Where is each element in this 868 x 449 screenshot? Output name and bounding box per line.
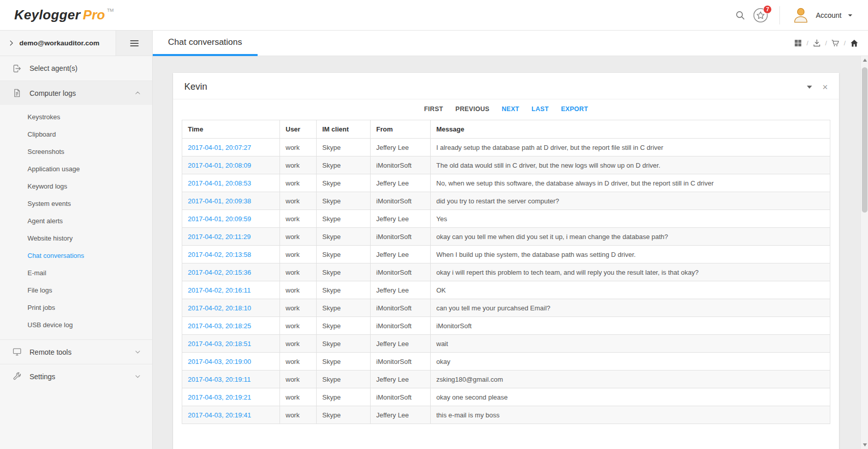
cell-message: zsking180@gmail.com <box>431 371 830 388</box>
favorites-button[interactable]: 7 <box>753 8 768 23</box>
chevron-right-icon <box>8 40 15 46</box>
sidebar-account[interactable]: demo@workauditor.com <box>0 31 116 56</box>
home-button[interactable] <box>850 39 859 48</box>
chevron-up-icon <box>134 90 141 96</box>
cell-from: Jeffery Lee <box>371 371 431 388</box>
time-link[interactable]: 2017-04-03, 20:19:41 <box>182 406 280 424</box>
pagination-next[interactable]: NEXT <box>502 105 520 113</box>
table-header-row: TimeUserIM clientFromMessage <box>182 120 830 139</box>
pagination-previous[interactable]: PREVIOUS <box>456 105 490 113</box>
cell-im-client: Skype <box>317 192 371 210</box>
time-link[interactable]: 2017-04-02, 20:11:29 <box>182 228 280 246</box>
time-link[interactable]: 2017-04-01, 20:09:59 <box>182 210 280 228</box>
sidebar-subitem-label: Print jobs <box>27 304 55 311</box>
time-link[interactable]: 2017-04-03, 20:18:25 <box>182 317 280 335</box>
time-link[interactable]: 2017-04-01, 20:07:27 <box>182 139 280 156</box>
cart-button[interactable] <box>831 39 839 47</box>
scroll-down-button[interactable] <box>861 441 868 449</box>
chat-panel: Kevin × FIRSTPREVIOUSNEXTLASTEXPORT Time… <box>173 73 839 449</box>
collapse-panel-button[interactable] <box>807 86 812 89</box>
time-link[interactable]: 2017-04-02, 20:13:58 <box>182 246 280 263</box>
cell-user: work <box>280 228 317 246</box>
sidebar-item-screenshots[interactable]: Screenshots <box>0 143 152 160</box>
sidebar-item-e-mail[interactable]: E-mail <box>0 264 152 281</box>
pagination-last[interactable]: LAST <box>531 105 549 113</box>
time-link[interactable]: 2017-04-02, 20:16:11 <box>182 281 280 299</box>
cell-im-client: Skype <box>317 406 371 424</box>
cell-im-client: Skype <box>317 156 371 174</box>
topbar-actions: 7 Account <box>735 6 858 25</box>
time-link[interactable]: 2017-04-03, 20:18:51 <box>182 335 280 353</box>
sidebar-subitem-label: Clipboard <box>27 130 56 138</box>
pagination-first[interactable]: FIRST <box>424 105 443 113</box>
sidebar-item-application-usage[interactable]: Application usage <box>0 160 152 177</box>
sidebar-subitem-label: System events <box>27 200 71 207</box>
scroll-up-button[interactable] <box>861 56 868 64</box>
sidebar-item-keystrokes[interactable]: Keystrokes <box>0 108 152 125</box>
table-row: 2017-04-03, 20:18:25workSkypeiMonitorSof… <box>182 317 830 335</box>
sidebar-item-agent-alerts[interactable]: Agent alerts <box>0 212 152 229</box>
tab-chat-conversations[interactable]: Chat conversations <box>153 31 258 56</box>
time-link[interactable]: 2017-04-02, 20:15:36 <box>182 263 280 281</box>
time-link[interactable]: 2017-04-01, 20:08:09 <box>182 156 280 174</box>
time-link[interactable]: 2017-04-03, 20:19:11 <box>182 371 280 388</box>
scrollbar-thumb[interactable] <box>862 67 867 213</box>
sidebar-item-print-jobs[interactable]: Print jobs <box>0 299 152 316</box>
sidebar-item-label: Settings <box>30 373 55 381</box>
panel-controls: × <box>807 83 828 92</box>
sidebar-subitem-label: Agent alerts <box>27 217 63 225</box>
sidebar-subitem-label: File logs <box>27 286 52 294</box>
avatar <box>791 6 810 25</box>
download-icon <box>813 39 821 47</box>
chevron-down-icon <box>134 373 141 380</box>
cell-message: Yes <box>431 210 830 228</box>
agent-email: demo@workauditor.com <box>19 39 99 47</box>
sidebar-item-label: Computer logs <box>30 89 76 97</box>
download-button[interactable] <box>813 39 821 47</box>
sidebar-item-select-agents[interactable]: Select agent(s) <box>0 56 152 81</box>
table-row: 2017-04-03, 20:19:21workSkypeiMonitorSof… <box>182 388 830 406</box>
table-row: 2017-04-03, 20:18:51workSkypeJeffery Lee… <box>182 335 830 353</box>
sidebar-item-website-history[interactable]: Website history <box>0 229 152 247</box>
dashboard-button[interactable] <box>794 39 802 47</box>
sidebar-item-chat-conversations[interactable]: Chat conversations <box>0 247 152 264</box>
sidebar-item-label: Remote tools <box>30 348 71 356</box>
time-link[interactable]: 2017-04-03, 20:19:21 <box>182 388 280 406</box>
sidebar-item-usb-device-log[interactable]: USB device log <box>0 316 152 333</box>
time-link[interactable]: 2017-04-03, 20:19:00 <box>182 353 280 371</box>
logo-text-secondary: Pro <box>83 7 105 23</box>
sidebar-item-clipboard[interactable]: Clipboard <box>0 125 152 143</box>
menu-toggle-button[interactable] <box>116 31 152 56</box>
sidebar-item-file-logs[interactable]: File logs <box>0 281 152 299</box>
home-icon <box>850 39 859 48</box>
time-link[interactable]: 2017-04-02, 20:18:10 <box>182 299 280 317</box>
cell-im-client: Skype <box>317 299 371 317</box>
account-menu[interactable]: Account <box>791 6 858 25</box>
table-row: 2017-04-01, 20:07:27workSkypeJeffery Lee… <box>182 139 830 156</box>
cell-message: iMonitorSoft <box>431 317 830 335</box>
time-link[interactable]: 2017-04-01, 20:09:38 <box>182 192 280 210</box>
time-link[interactable]: 2017-04-01, 20:08:53 <box>182 174 280 192</box>
cell-user: work <box>280 210 317 228</box>
search-button[interactable] <box>735 10 746 21</box>
computer-logs-children: KeystrokesClipboardScreenshotsApplicatio… <box>0 105 152 339</box>
sidebar-item-keyword-logs[interactable]: Keyword logs <box>0 177 152 195</box>
cell-from: iMonitorSoft <box>371 299 431 317</box>
cell-message: did you try to restart the server comput… <box>431 192 830 210</box>
cell-from: Jeffery Lee <box>371 210 431 228</box>
vertical-scrollbar[interactable] <box>860 56 868 449</box>
pagination-export[interactable]: EXPORT <box>561 105 588 113</box>
sidebar-item-settings[interactable]: Settings <box>0 364 152 388</box>
close-panel-button[interactable]: × <box>822 83 828 92</box>
sidebar-subitem-label: Application usage <box>27 165 80 173</box>
sidebar-item-remote-tools[interactable]: Remote tools <box>0 339 152 364</box>
cell-im-client: Skype <box>317 353 371 371</box>
sidebar-item-system-events[interactable]: System events <box>0 195 152 212</box>
cell-user: work <box>280 263 317 281</box>
table-row: 2017-04-03, 20:19:00workSkypeiMonitorSof… <box>182 353 830 371</box>
cell-user: work <box>280 335 317 353</box>
top-bar: Keylogger Pro TM 7 <box>0 0 868 31</box>
page-header-bar: Chat conversations / / <box>153 31 868 56</box>
sidebar-item-computer-logs[interactable]: Computer logs <box>0 81 152 105</box>
account-label: Account <box>816 11 842 19</box>
